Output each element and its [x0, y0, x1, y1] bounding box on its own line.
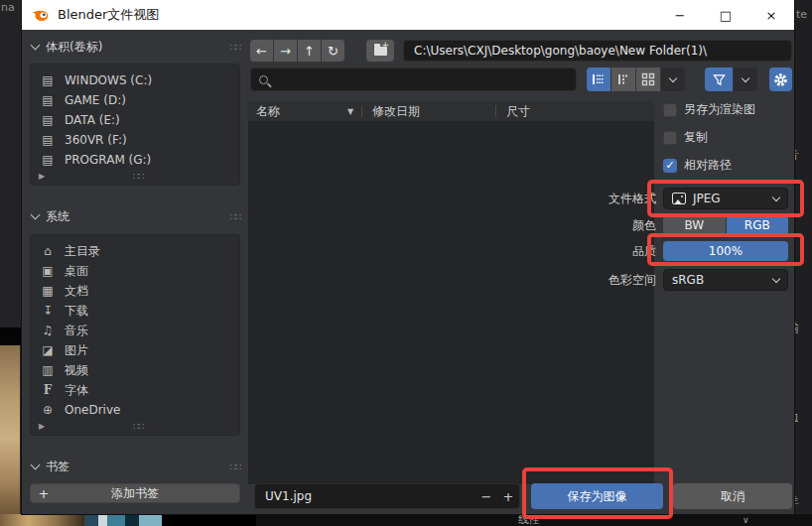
- system-label: 图片: [65, 342, 88, 359]
- refresh-button[interactable]: ↻: [322, 40, 344, 62]
- desktop-icon: ▣: [39, 264, 57, 278]
- grip-icon[interactable]: ∷∷: [229, 211, 240, 222]
- file-list-area[interactable]: [248, 121, 654, 484]
- minimize-button[interactable]: −: [657, 0, 703, 30]
- new-folder-button[interactable]: +: [366, 40, 394, 62]
- column-divider[interactable]: [361, 105, 362, 117]
- sidebar-item-drive-e[interactable]: ▤ DATA (E:): [31, 110, 239, 130]
- sidebar-item-drive-f[interactable]: ▤ 360VR (F:): [31, 130, 239, 150]
- system-label: 视频: [65, 362, 88, 379]
- sidebar-item-downloads[interactable]: ↧ 下载: [31, 301, 239, 321]
- close-button[interactable]: ×: [748, 0, 794, 30]
- column-header-name[interactable]: 名称: [248, 103, 347, 120]
- color-rgb-button[interactable]: RGB: [727, 215, 789, 235]
- checkbox-save-as-render[interactable]: [663, 103, 677, 117]
- forward-button[interactable]: →: [274, 40, 297, 62]
- background-right-strip: te 音 输 边 羊: [794, 0, 812, 526]
- window-title: Blender文件视图: [58, 6, 159, 24]
- section-header-system[interactable]: 系统 ∷∷: [30, 207, 240, 225]
- grip-icon[interactable]: ∷∷: [229, 461, 240, 472]
- blender-logo-icon: [32, 6, 50, 24]
- decrement-button[interactable]: −: [475, 489, 497, 504]
- options-panel: 另存为渲染图 复制 ✓ 相对路径: [596, 101, 794, 301]
- background-thumbnails: [84, 514, 162, 526]
- sidebar-item-desktop[interactable]: ▣ 桌面: [31, 261, 239, 281]
- sidebar-item-home[interactable]: ⌂ 主目录: [31, 241, 239, 261]
- add-bookmark-label: 添加书签: [57, 485, 213, 502]
- checkbox-relative-path[interactable]: ✓: [663, 159, 677, 173]
- grip-icon[interactable]: ∷∷: [45, 171, 231, 182]
- plus-icon: +: [31, 486, 57, 501]
- column-header-size[interactable]: 尺寸: [506, 103, 566, 120]
- path-text: C:\Users\CXJ\Desktop\gong\baoye\New Fold…: [414, 44, 707, 58]
- add-bookmark-button[interactable]: + 添加书签: [30, 483, 240, 503]
- settings-button[interactable]: [769, 67, 792, 91]
- sidebar-item-drive-d[interactable]: ▤ GAME (D:): [31, 90, 239, 110]
- display-settings-dropdown[interactable]: [661, 67, 685, 91]
- filename-input[interactable]: UV1.jpg − +: [254, 483, 520, 509]
- sidebar: 体积(卷标) ∷∷ ▤ WINDOWS (C:) ▤ GAME (D:) ▤ D…: [30, 30, 240, 514]
- nav-button-group: ← → ↑ ↻: [250, 40, 344, 62]
- download-icon: ↧: [39, 304, 57, 318]
- filename-value: UV1.jpg: [255, 489, 475, 503]
- sidebar-item-pictures[interactable]: ◪ 图片: [31, 340, 239, 360]
- system-label: 下载: [65, 303, 88, 320]
- section-header-bookmarks[interactable]: 书签 ∷∷: [30, 458, 240, 475]
- drive-label: PROGRAM (G:): [65, 153, 151, 167]
- grid-view-icon: [641, 72, 655, 86]
- footer-bar: UV1.jpg − + 保存为图像 取消: [246, 483, 794, 509]
- system-label: 文档: [65, 283, 88, 300]
- image-file-icon: [672, 193, 686, 204]
- background-block: [0, 328, 22, 345]
- system-label: 桌面: [65, 263, 88, 280]
- filter-settings-dropdown[interactable]: [734, 67, 757, 91]
- increment-button[interactable]: +: [497, 489, 519, 504]
- view-list-button[interactable]: [587, 67, 610, 91]
- filter-group: [705, 67, 757, 91]
- sidebar-item-music[interactable]: ♫ 音乐: [31, 321, 239, 340]
- dialog-body: 体积(卷标) ∷∷ ▤ WINDOWS (C:) ▤ GAME (D:) ▤ D…: [22, 30, 794, 514]
- title-bar: Blender文件视图 − □ ×: [22, 0, 794, 30]
- sidebar-item-videos[interactable]: ▥ 视频: [31, 360, 239, 380]
- sidebar-item-documents[interactable]: ▦ 文档: [31, 281, 239, 301]
- cancel-button[interactable]: 取消: [673, 483, 792, 509]
- sidebar-item-drive-g[interactable]: ▤ PROGRAM (G:): [31, 150, 239, 170]
- sidebar-item-drive-c[interactable]: ▤ WINDOWS (C:): [31, 70, 239, 90]
- navigation-row: ← → ↑ ↻ + C:\Users\CXJ\Desktop\gong\baoy…: [250, 40, 792, 62]
- sort-descending-icon[interactable]: ▼: [347, 107, 361, 116]
- option-color: 颜色 BW RGB: [596, 215, 794, 235]
- background-image-sliver: [0, 514, 84, 526]
- system-panel: ⌂ 主目录 ▣ 桌面 ▦ 文档 ↧ 下载: [30, 234, 240, 436]
- column-divider[interactable]: [495, 105, 496, 117]
- up-button[interactable]: ↑: [298, 40, 321, 62]
- grip-icon[interactable]: ∷∷: [45, 421, 231, 432]
- grip-icon[interactable]: ∷∷: [229, 42, 240, 53]
- chevron-down-icon: [772, 194, 780, 201]
- search-icon: [259, 75, 268, 84]
- section-header-volumes[interactable]: 体积(卷标) ∷∷: [30, 38, 240, 56]
- checkbox-label: 复制: [684, 129, 708, 146]
- sidebar-item-fonts[interactable]: F 字体: [31, 380, 239, 400]
- color-bw-button[interactable]: BW: [663, 215, 726, 235]
- system-label: 音乐: [65, 323, 88, 339]
- sidebar-item-onedrive[interactable]: ⊕ OneDrive: [31, 400, 239, 420]
- save-as-image-button[interactable]: 保存为图像: [531, 483, 663, 509]
- background-chevron-down: ∨: [743, 514, 749, 526]
- section-title: 系统: [46, 208, 229, 225]
- option-color-space: 色彩空间 sRGB: [596, 269, 794, 291]
- view-details-button[interactable]: [611, 67, 635, 91]
- image-icon: ◪: [39, 343, 57, 357]
- filter-button[interactable]: [705, 67, 733, 91]
- view-thumbnails-button[interactable]: [636, 67, 660, 91]
- file-format-label: 文件格式: [596, 191, 663, 207]
- back-button[interactable]: ←: [250, 40, 273, 62]
- color-space-dropdown[interactable]: sRGB: [663, 269, 788, 291]
- file-format-dropdown[interactable]: JPEG: [663, 188, 788, 209]
- system-label: OneDrive: [65, 403, 120, 417]
- maximize-button[interactable]: □: [703, 0, 748, 30]
- column-header-date[interactable]: 修改日期: [372, 103, 495, 120]
- path-field[interactable]: C:\Users\CXJ\Desktop\gong\baoye\New Fold…: [403, 40, 792, 62]
- checkbox-copy[interactable]: [663, 131, 677, 145]
- search-input[interactable]: [250, 67, 577, 91]
- quality-slider[interactable]: 100%: [663, 241, 788, 261]
